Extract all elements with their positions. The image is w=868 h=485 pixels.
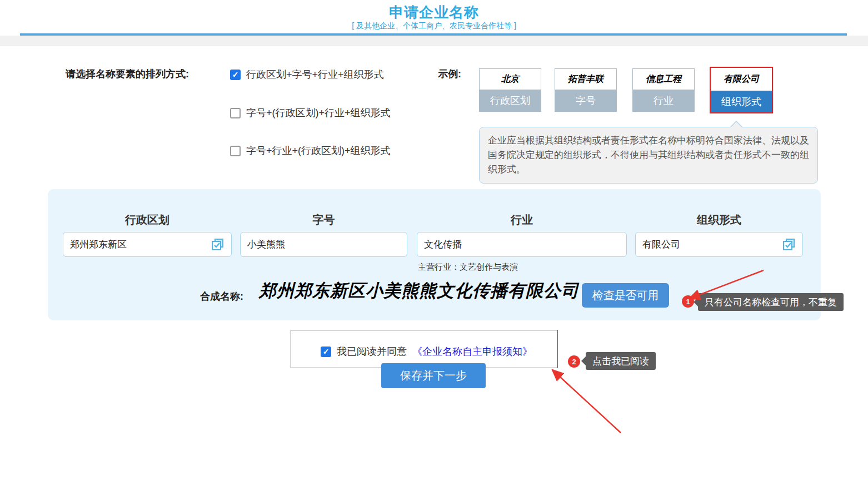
declaration-notice-link[interactable]: 《企业名称自主申报须知》 xyxy=(412,345,532,358)
example-box-industry: 信息工程 行业 xyxy=(632,68,695,112)
agreement-text: 我已阅读并同意 xyxy=(337,345,407,358)
admin-division-input[interactable]: 郑州郑东新区 xyxy=(63,232,232,257)
page-subtitle: [ 及其他企业、个体工商户、农民专业合作社等 ] xyxy=(0,21,868,31)
example-box-organization-form: 有限公司 组织形式 xyxy=(710,67,773,113)
field-label-industry: 行业 xyxy=(417,212,627,227)
annotation-step-2-badge: 2 xyxy=(568,355,580,368)
organization-form-note-text: 企业应当根据其组织结构或者责任形式在名称中标明符合国家法律、法规以及国务院决定规… xyxy=(488,135,809,175)
page: 申请企业名称 [ 及其他企业、个体工商户、农民专业合作社等 ] 请选择名称要素的… xyxy=(0,0,868,485)
checkbox-checked-icon[interactable] xyxy=(230,70,241,80)
page-title: 申请企业名称 xyxy=(0,3,868,22)
admin-division-value: 郑州郑东新区 xyxy=(70,238,127,251)
organization-form-input[interactable]: 有限公司 xyxy=(635,232,803,257)
example-box-category: 行政区划 xyxy=(480,90,541,111)
field-label-admin-division: 行政区划 xyxy=(63,212,232,227)
arrangement-option-2[interactable]: 字号+(行政区划)+行业+组织形式 xyxy=(230,106,391,120)
organization-form-value: 有限公司 xyxy=(642,238,680,251)
arrangement-option-label: 行政区划+字号+行业+组织形式 xyxy=(246,68,384,81)
example-box-value: 北京 xyxy=(480,69,541,90)
arrangement-option-1[interactable]: 行政区划+字号+行业+组织形式 xyxy=(230,68,384,81)
composed-name-label: 合成名称: xyxy=(200,290,243,303)
arrangement-option-3[interactable]: 字号+行业+(行政区划)+组织形式 xyxy=(230,144,391,157)
example-box-admin-division: 北京 行政区划 xyxy=(479,68,541,112)
save-next-button[interactable]: 保存并下一步 xyxy=(381,363,486,388)
checkbox-unchecked-icon[interactable] xyxy=(230,108,241,118)
industry-input[interactable]: 文化传播 xyxy=(417,232,627,257)
arrangement-section-label: 请选择名称要素的排列方式: xyxy=(66,67,189,81)
annotation-step-2-text: 点击我已阅读 xyxy=(592,355,649,368)
example-box-value: 有限公司 xyxy=(711,68,772,91)
annotation-step-1-text: 只有公司名称检查可用，不重复 xyxy=(705,296,837,309)
annotation-step-2-tooltip: 点击我已阅读 xyxy=(586,352,656,370)
tooltip-pointer-icon xyxy=(581,357,586,365)
arrangement-option-label: 字号+行业+(行政区划)+组织形式 xyxy=(246,144,391,157)
header-gray-bar xyxy=(0,36,868,46)
annotation-step-1-badge: 1 xyxy=(682,295,694,308)
annotation-step-1-tooltip: 只有公司名称检查可用，不重复 xyxy=(698,293,844,311)
check-availability-button[interactable]: 检查是否可用 xyxy=(582,283,669,308)
composed-name-value: 郑州郑东新区小美熊熊文化传播有限公司 xyxy=(259,279,579,303)
checkbox-unchecked-icon[interactable] xyxy=(230,146,241,156)
arrangement-option-label: 字号+(行政区划)+行业+组织形式 xyxy=(246,106,391,120)
picker-icon[interactable] xyxy=(210,238,225,251)
trade-name-value: 小美熊熊 xyxy=(247,238,285,251)
field-label-trade-name: 字号 xyxy=(240,212,407,227)
industry-value: 文化传播 xyxy=(424,238,462,251)
agreement-checkbox[interactable] xyxy=(321,347,331,357)
picker-icon[interactable] xyxy=(781,238,796,251)
arrow-to-agreement-box xyxy=(552,370,621,433)
example-box-value: 拓普丰联 xyxy=(555,69,616,90)
example-box-category: 字号 xyxy=(555,90,616,111)
tooltip-pointer-icon xyxy=(731,122,742,127)
trade-name-input[interactable]: 小美熊熊 xyxy=(240,232,407,257)
organization-form-note: 企业应当根据其组织结构或者责任形式在名称中标明符合国家法律、法规以及国务院决定规… xyxy=(479,127,818,184)
example-box-trade-name: 拓普丰联 字号 xyxy=(555,68,617,112)
field-label-organization-form: 组织形式 xyxy=(635,212,803,227)
main-industry-hint: 主营行业：文艺创作与表演 xyxy=(418,262,518,273)
example-box-category: 行业 xyxy=(633,90,694,111)
example-box-category: 组织形式 xyxy=(711,91,772,112)
example-section-label: 示例: xyxy=(438,67,461,81)
agreement-row: 我已阅读并同意 《企业名称自主申报须知》 xyxy=(321,345,532,358)
example-box-value: 信息工程 xyxy=(633,69,694,90)
tooltip-pointer-icon xyxy=(694,298,698,306)
